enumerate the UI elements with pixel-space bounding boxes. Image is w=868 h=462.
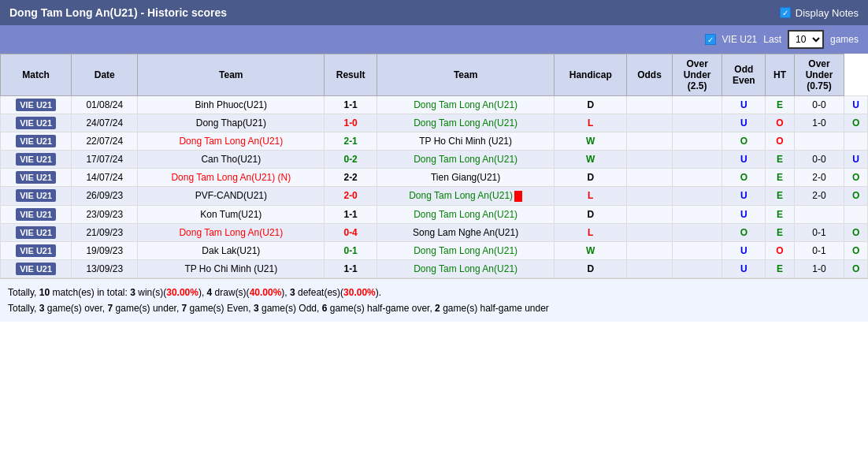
table-row: VIE U21 01/08/24 Binh Phuoc(U21) 1-1 Don… bbox=[1, 96, 868, 114]
cell-match: VIE U21 bbox=[1, 187, 72, 206]
cell-ht: 0-0 bbox=[794, 151, 844, 169]
cell-odd-even: E bbox=[766, 169, 794, 187]
column-header-row: Match Date Team Result Team Handicap Odd… bbox=[1, 54, 868, 96]
table-row: VIE U21 14/07/24 Dong Tam Long An(U21) (… bbox=[1, 169, 868, 187]
cell-over-under: U bbox=[722, 151, 766, 169]
cell-result: 1-1 bbox=[325, 205, 377, 223]
cell-ht-ou: U bbox=[844, 151, 868, 169]
cell-match: VIE U21 bbox=[1, 223, 72, 241]
cell-odds bbox=[672, 205, 722, 223]
cell-date: 26/09/23 bbox=[72, 187, 138, 206]
cell-ht: 1-0 bbox=[794, 259, 844, 278]
cell-date: 13/09/23 bbox=[72, 259, 138, 278]
cell-match: VIE U21 bbox=[1, 151, 72, 169]
cell-team2: TP Ho Chi Minh (U21) bbox=[377, 132, 554, 151]
cell-over-under: O bbox=[722, 223, 766, 241]
cell-team2: Dong Tam Long An(U21) bbox=[377, 241, 554, 259]
cell-handicap bbox=[627, 132, 673, 151]
cell-outcome: L bbox=[555, 114, 627, 132]
cell-match: VIE U21 bbox=[1, 241, 72, 259]
cell-ht-ou: O bbox=[844, 114, 868, 132]
cell-result: 1-0 bbox=[325, 114, 377, 132]
cell-ht: 0-1 bbox=[794, 241, 844, 259]
cell-result: 2-2 bbox=[325, 169, 377, 187]
cell-over-under: U bbox=[722, 241, 766, 259]
cell-date: 17/07/24 bbox=[72, 151, 138, 169]
cell-date: 22/07/24 bbox=[72, 132, 138, 151]
table-row: VIE U21 13/09/23 TP Ho Chi Minh (U21) 1-… bbox=[1, 259, 868, 278]
cell-team1: Dong Tam Long An(U21) bbox=[138, 132, 325, 151]
cell-odds bbox=[672, 151, 722, 169]
cell-date: 21/09/23 bbox=[72, 223, 138, 241]
cell-handicap bbox=[627, 151, 673, 169]
cell-odd-even: E bbox=[766, 223, 794, 241]
display-notes-checkbox[interactable]: ✓ bbox=[780, 7, 791, 18]
cell-odd-even: O bbox=[766, 114, 794, 132]
cell-handicap bbox=[627, 205, 673, 223]
cell-team1: PVF-CAND(U21) bbox=[138, 187, 325, 206]
cell-odd-even: E bbox=[766, 187, 794, 206]
cell-ht: 0-0 bbox=[794, 96, 844, 114]
cell-odds bbox=[672, 187, 722, 206]
cell-ht: 2-0 bbox=[794, 187, 844, 206]
cell-result: 0-1 bbox=[325, 241, 377, 259]
cell-ht-ou: O bbox=[844, 241, 868, 259]
display-notes-label: Display Notes bbox=[796, 7, 859, 19]
cell-handicap bbox=[627, 169, 673, 187]
vie-label: VIE U21 bbox=[722, 34, 758, 45]
cell-outcome: L bbox=[555, 223, 627, 241]
cell-outcome: L bbox=[555, 187, 627, 206]
col-match: Match bbox=[1, 54, 72, 96]
cell-outcome: D bbox=[555, 259, 627, 278]
cell-handicap bbox=[627, 241, 673, 259]
cell-over-under: O bbox=[722, 132, 766, 151]
cell-over-under: U bbox=[722, 187, 766, 206]
cell-team1: Can Tho(U21) bbox=[138, 151, 325, 169]
cell-match: VIE U21 bbox=[1, 96, 72, 114]
cell-team1: Dak Lak(U21) bbox=[138, 241, 325, 259]
cell-outcome: W bbox=[555, 151, 627, 169]
cell-ht: 0-1 bbox=[794, 223, 844, 241]
games-count-select[interactable]: 5 10 15 20 bbox=[788, 30, 824, 49]
summary-line1: Totally, 10 match(es) in total: 3 win(s)… bbox=[8, 285, 860, 300]
cell-odds bbox=[672, 96, 722, 114]
cell-team2: Dong Tam Long An(U21) bbox=[377, 114, 554, 132]
cell-handicap bbox=[627, 114, 673, 132]
filter-checkbox[interactable]: ✓ bbox=[705, 34, 716, 45]
cell-match: VIE U21 bbox=[1, 169, 72, 187]
col-over-under-075: Over Under (0.75) bbox=[794, 54, 844, 96]
cell-result: 0-2 bbox=[325, 151, 377, 169]
cell-outcome: D bbox=[555, 169, 627, 187]
table-row: VIE U21 24/07/24 Dong Thap(U21) 1-0 Dong… bbox=[1, 114, 868, 132]
cell-match: VIE U21 bbox=[1, 205, 72, 223]
cell-odds bbox=[672, 132, 722, 151]
cell-ht-ou bbox=[844, 132, 868, 151]
cell-ht-ou: O bbox=[844, 259, 868, 278]
col-team2: Team bbox=[377, 54, 554, 96]
cell-team2: Dong Tam Long An(U21) bbox=[377, 187, 554, 206]
cell-ht bbox=[794, 205, 844, 223]
cell-match: VIE U21 bbox=[1, 259, 72, 278]
cell-odd-even: O bbox=[766, 132, 794, 151]
cell-outcome: W bbox=[555, 241, 627, 259]
cell-result: 1-1 bbox=[325, 96, 377, 114]
header: Dong Tam Long An(U21) - Historic scores … bbox=[0, 0, 868, 25]
summary-line2: Totally, 3 game(s) over, 7 game(s) under… bbox=[8, 301, 860, 315]
cell-handicap bbox=[627, 187, 673, 206]
cell-team1: TP Ho Chi Minh (U21) bbox=[138, 259, 325, 278]
cell-date: 01/08/24 bbox=[72, 96, 138, 114]
cell-date: 19/09/23 bbox=[72, 241, 138, 259]
cell-odd-even: E bbox=[766, 96, 794, 114]
col-result: Result bbox=[325, 54, 377, 96]
cell-handicap bbox=[627, 223, 673, 241]
table-row: VIE U21 21/09/23 Dong Tam Long An(U21) 0… bbox=[1, 223, 868, 241]
cell-ht-ou bbox=[844, 205, 868, 223]
cell-ht-ou: O bbox=[844, 169, 868, 187]
cell-over-under: O bbox=[722, 169, 766, 187]
cell-over-under: U bbox=[722, 114, 766, 132]
cell-team1: Dong Tam Long An(U21) (N) bbox=[138, 169, 325, 187]
cell-ht bbox=[794, 132, 844, 151]
cell-ht-ou: U bbox=[844, 96, 868, 114]
col-ht: HT bbox=[766, 54, 794, 96]
page-title: Dong Tam Long An(U21) - Historic scores bbox=[9, 6, 227, 19]
